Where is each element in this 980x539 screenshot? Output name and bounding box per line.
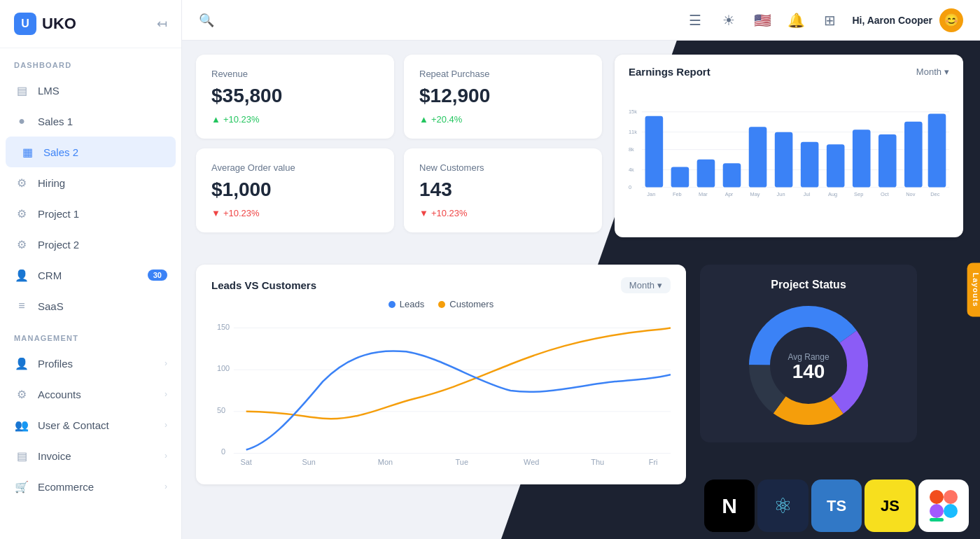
sidebar-item-user-contact[interactable]: 👥 User & Contact › — [0, 410, 181, 440]
sidebar-item-sales2[interactable]: ▦ Sales 2 — [6, 136, 176, 167]
sidebar-item-hiring[interactable]: ⚙ Hiring — [0, 167, 181, 198]
tech-logos: N ⚛ TS JS — [693, 472, 980, 539]
arrow-down-icon: ▼ — [211, 208, 220, 218]
leads-dot — [388, 301, 396, 308]
figma-logo[interactable] — [918, 479, 969, 532]
sidebar-collapse-button[interactable]: ↤ — [157, 16, 167, 31]
sidebar-item-label: Sales 1 — [38, 115, 73, 127]
avatar: 😊 — [939, 8, 963, 32]
svg-rect-14 — [749, 127, 767, 187]
revenue-label: Revenue — [211, 69, 379, 79]
sidebar-item-profiles[interactable]: 👤 Profiles › — [0, 348, 181, 379]
sidebar-item-ecommerce[interactable]: 🛒 Ecommerce › — [0, 471, 181, 502]
bell-icon[interactable]: 🔔 — [785, 9, 807, 31]
search-box[interactable]: 🔍 — [199, 13, 673, 28]
svg-text:Sun: Sun — [302, 458, 315, 466]
sidebar-item-crm[interactable]: 👤 CRM 30 — [0, 260, 181, 290]
chevron-icon: › — [164, 420, 167, 430]
svg-text:Oct: Oct — [881, 191, 889, 197]
leads-filter-dropdown[interactable]: Month ▾ — [621, 277, 671, 293]
logo[interactable]: U UKO — [14, 13, 76, 35]
sidebar-item-invoice[interactable]: ▤ Invoice › — [0, 440, 181, 471]
svg-text:0: 0 — [221, 447, 225, 456]
repeat-change: ▲ +20.4% — [419, 114, 587, 125]
typescript-logo[interactable]: TS — [811, 479, 862, 532]
svg-point-58 — [944, 504, 958, 518]
month-dropdown[interactable]: Month ▾ — [916, 66, 949, 77]
arrow-up-icon: ▲ — [211, 114, 220, 125]
sidebar-item-label: Profiles — [38, 358, 73, 370]
earnings-chart: 15k 11k 8k 4k 0 — [629, 83, 949, 223]
crm-icon: 👤 — [14, 267, 29, 283]
menu-icon[interactable]: ☰ — [684, 9, 706, 31]
customers-value: 143 — [419, 178, 587, 201]
sidebar-item-lms[interactable]: ▤ LMS — [0, 75, 181, 106]
sidebar-item-accounts[interactable]: ⚙ Accounts › — [0, 379, 181, 410]
ecommerce-icon: 🛒 — [14, 479, 29, 494]
leads-vs-customers-chart: 150 100 50 0 Sat Sun Mon Tue — [211, 315, 671, 469]
svg-text:11k: 11k — [629, 129, 637, 135]
chevron-icon: › — [164, 451, 167, 461]
layouts-tab[interactable]: Layouts — [967, 262, 980, 316]
repeat-purchase-card: Repeat Purchase $12,900 ▲ +20.4% — [404, 55, 602, 139]
customers-label: New Customers — [419, 162, 587, 173]
user-contact-icon: 👥 — [14, 417, 29, 433]
user-info[interactable]: Hi, Aaron Cooper 😊 — [852, 8, 963, 32]
customers-dot — [438, 301, 445, 308]
accounts-icon: ⚙ — [14, 386, 29, 402]
svg-text:Thu: Thu — [591, 458, 604, 466]
dashboard-section-label: DASHBOARD — [0, 48, 181, 75]
svg-rect-19 — [878, 134, 897, 187]
svg-text:140: 140 — [792, 360, 825, 382]
sun-icon[interactable]: ☀ — [718, 9, 740, 31]
svg-rect-56 — [944, 490, 958, 504]
svg-rect-17 — [827, 144, 845, 187]
sidebar-item-saas[interactable]: ≡ SaaS — [0, 290, 181, 321]
javascript-logo[interactable]: JS — [864, 479, 915, 532]
project-status-title: Project Status — [714, 279, 903, 291]
react-logo[interactable]: ⚛ — [757, 479, 808, 532]
avg-change: ▼ +10.23% — [211, 208, 379, 218]
sales2-icon: ▦ — [20, 144, 35, 160]
nextjs-logo[interactable]: N — [704, 479, 755, 532]
svg-rect-10 — [645, 116, 664, 188]
sidebar-item-sales1[interactable]: ● Sales 1 — [0, 106, 181, 136]
svg-text:Sep: Sep — [854, 191, 863, 197]
svg-text:Apr: Apr — [725, 191, 734, 197]
svg-text:Aug: Aug — [828, 191, 837, 197]
svg-text:150: 150 — [217, 323, 230, 331]
svg-text:Jun: Jun — [777, 191, 785, 197]
svg-text:Mon: Mon — [378, 458, 393, 466]
svg-text:Wed: Wed — [524, 458, 539, 466]
main-content: 🔍 ☰ ☀ 🇺🇸 🔔 ⊞ Hi, Aaron Cooper 😊 Revenue … — [182, 0, 980, 539]
svg-rect-57 — [930, 504, 944, 518]
sidebar-item-label: Hiring — [38, 177, 65, 189]
svg-text:Jan: Jan — [647, 191, 655, 197]
svg-rect-12 — [697, 160, 715, 188]
sidebar-item-label: Project 2 — [38, 239, 79, 251]
repeat-value: $12,900 — [419, 85, 587, 107]
topbar: 🔍 ☰ ☀ 🇺🇸 🔔 ⊞ Hi, Aaron Cooper 😊 — [182, 0, 980, 41]
stats-cards: Revenue $35,800 ▲ +10.23% Repeat Purchas… — [196, 55, 602, 232]
earnings-title: Earnings Report — [629, 66, 710, 78]
sidebar-section-management: MANAGEMENT 👤 Profiles › ⚙ Accounts › 👥 U… — [0, 321, 181, 502]
sidebar: U UKO ↤ DASHBOARD ▤ LMS ● Sales 1 ▦ Sale… — [0, 0, 182, 539]
chart-legend: Leads Customers — [211, 299, 671, 309]
revenue-change: ▲ +10.23% — [211, 114, 379, 125]
flag-icon[interactable]: 🇺🇸 — [751, 9, 774, 31]
svg-rect-20 — [904, 122, 923, 188]
sidebar-item-project1[interactable]: ⚙ Project 1 — [0, 198, 181, 229]
sidebar-section-dashboard: DASHBOARD ▤ LMS ● Sales 1 ▦ Sales 2 ⚙ Hi… — [0, 48, 181, 321]
sidebar-item-project2[interactable]: ⚙ Project 2 — [0, 229, 181, 260]
topbar-actions: ☰ ☀ 🇺🇸 🔔 ⊞ Hi, Aaron Cooper 😊 — [684, 8, 963, 32]
svg-rect-13 — [723, 163, 741, 187]
leads-legend: Leads — [388, 299, 424, 309]
leads-chart-card: Leads VS Customers Month ▾ Leads Custome… — [196, 265, 686, 484]
chevron-icon: › — [164, 389, 167, 399]
leads-title: Leads VS Customers — [211, 279, 316, 291]
grid-icon[interactable]: ⊞ — [818, 9, 841, 31]
leads-header: Leads VS Customers Month ▾ — [211, 277, 671, 293]
invoice-icon: ▤ — [14, 448, 29, 463]
sales1-icon: ● — [14, 113, 29, 129]
user-name: Hi, Aaron Cooper — [852, 15, 932, 26]
